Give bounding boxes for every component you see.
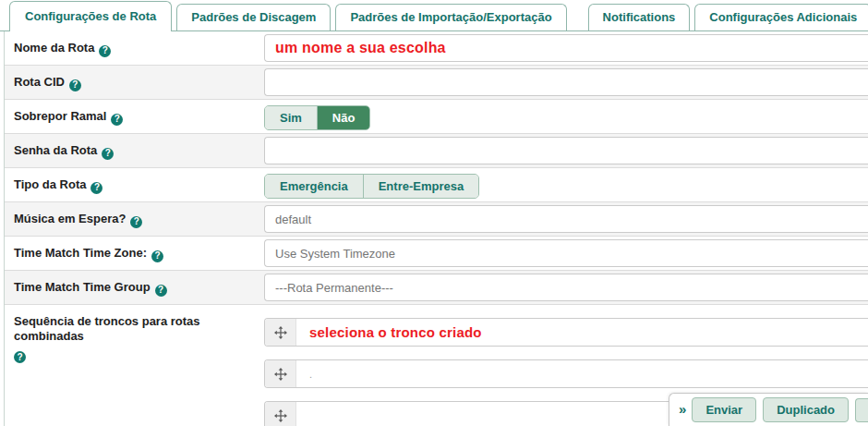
sobrepor-ramal-nao-button[interactable]: Não [318, 106, 370, 129]
time-zone-select[interactable]: Use System Timezone [264, 239, 868, 267]
tab-padroes-importacao-exportacao[interactable]: Padrões de Importação/Exportação [335, 4, 566, 30]
row-musica-em-espera: Música em Espera? default [5, 202, 868, 237]
trunk-annotation: seleciona o tronco criado [309, 324, 482, 340]
drag-handle-icon[interactable] [265, 319, 296, 346]
enviar-button[interactable]: Enviar [692, 397, 756, 422]
drag-handle-icon[interactable] [265, 360, 296, 387]
tipo-da-rota-label: Tipo da Rota [5, 168, 264, 201]
row-time-match-time-group: Time Match Time Group ---Rota Permanente… [5, 271, 868, 305]
trunk-select-1[interactable]: seleciona o tronco criado [296, 319, 868, 346]
musica-em-espera-select[interactable]: default [264, 205, 868, 233]
trunk-row-2: . [264, 359, 868, 388]
nome-da-rota-label: Nome da Rota [5, 31, 264, 65]
time-group-select[interactable]: ---Rota Permanente--- [264, 274, 868, 301]
tab-notifications[interactable]: Notifications [588, 4, 691, 30]
partial-button[interactable] [855, 398, 868, 422]
row-sobrepor-ramal: Sobrepor Ramal Sim Não [5, 100, 868, 134]
trunk-row-1: seleciona o tronco criado [264, 318, 868, 347]
floating-action-bar: » Enviar Duplicado [669, 393, 868, 426]
help-icon[interactable] [111, 114, 123, 126]
rota-cid-label: Rota CID [5, 66, 264, 99]
tab-configuracoes-de-rota[interactable]: Configurações de Rota [9, 1, 172, 31]
nome-da-rota-input[interactable]: um nome a sua escolha [264, 34, 868, 62]
help-icon[interactable] [151, 250, 163, 262]
help-icon[interactable] [99, 45, 111, 57]
collapse-chevron-icon[interactable]: » [677, 399, 692, 420]
time-group-label: Time Match Time Group [5, 271, 264, 304]
route-settings-panel: Nome da Rota um nome a sua escolha Rota … [4, 31, 868, 426]
drag-handle-icon[interactable] [265, 402, 296, 426]
row-senha-da-rota: Senha da Rota [5, 134, 868, 168]
tab-configuracoes-adicionais[interactable]: Configurações Adicionais [694, 4, 868, 30]
sequencia-troncos-label: Sequência de troncos para rotas combinad… [5, 305, 264, 426]
tipo-rota-emergencia-button[interactable]: Emergência [265, 175, 364, 198]
nome-da-rota-annotation: um nome a sua escolha [275, 40, 446, 56]
help-icon[interactable] [69, 79, 81, 91]
help-icon[interactable] [90, 182, 102, 194]
rota-cid-input[interactable] [264, 68, 868, 96]
row-time-match-time-zone: Time Match Time Zone: Use System Timezon… [5, 237, 868, 271]
senha-da-rota-input[interactable] [264, 137, 868, 164]
trunk-select-2[interactable]: . [296, 360, 868, 387]
tipo-da-rota-toggle: Emergência Entre-Empresa [264, 174, 479, 199]
row-rota-cid: Rota CID [5, 66, 868, 100]
help-icon[interactable] [130, 216, 142, 228]
help-icon[interactable] [14, 351, 26, 363]
row-nome-da-rota: Nome da Rota um nome a sua escolha [5, 31, 868, 66]
sobrepor-ramal-toggle: Sim Não [264, 105, 370, 130]
sobrepor-ramal-label: Sobrepor Ramal [5, 100, 264, 133]
duplicado-button[interactable]: Duplicado [763, 397, 849, 422]
help-icon[interactable] [102, 148, 114, 160]
time-zone-label: Time Match Time Zone: [5, 237, 264, 270]
senha-da-rota-label: Senha da Rota [5, 134, 264, 167]
tipo-rota-entre-empresa-button[interactable]: Entre-Empresa [364, 175, 478, 198]
tab-bar: Configurações de Rota Padrões de Discage… [0, 0, 868, 31]
musica-em-espera-label: Música em Espera? [5, 202, 264, 236]
help-icon[interactable] [155, 285, 167, 297]
sobrepor-ramal-sim-button[interactable]: Sim [265, 106, 318, 129]
tab-padroes-de-discagem[interactable]: Padrões de Discagem [176, 4, 331, 30]
row-tipo-da-rota: Tipo da Rota Emergência Entre-Empresa [5, 168, 868, 202]
